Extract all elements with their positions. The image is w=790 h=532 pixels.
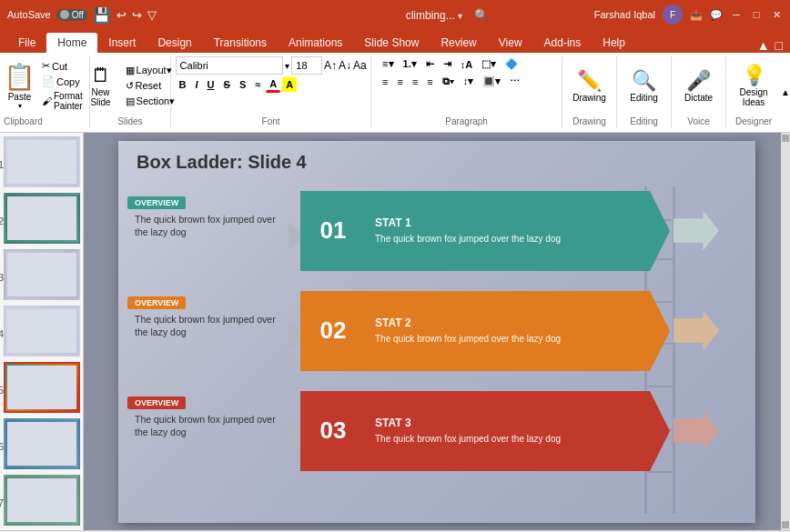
section-button[interactable]: ▤ Section▾ (123, 95, 178, 108)
slide-thumb-3[interactable] (4, 249, 80, 300)
indent-increase-button[interactable]: ⇥ (440, 56, 455, 72)
minimize-btn[interactable]: ─ (730, 8, 743, 21)
copy-button[interactable]: 📄Copy (39, 75, 86, 88)
slide-6-num: 6 (0, 441, 4, 452)
paste-button[interactable]: 📋 Paste ▾ (4, 62, 35, 110)
drawing-group-label: Drawing (572, 116, 606, 128)
clear-format-icon[interactable]: Aa (353, 59, 367, 72)
slide-5-wrap: 5 (4, 362, 79, 418)
editing-group-label: Editing (630, 116, 658, 128)
paste-dropdown-icon[interactable]: ▾ (18, 102, 22, 110)
slide-1-wrap: 1 (4, 136, 79, 193)
filename-dropdown-icon[interactable]: ▾ (458, 11, 462, 21)
tab-home[interactable]: Home (46, 33, 97, 53)
app-body: 1 2 3 4 5 (0, 133, 790, 530)
align-right-button[interactable]: ≡ (409, 75, 421, 89)
save-icon[interactable]: 💾 (93, 6, 111, 24)
tab-transitions[interactable]: Transitions (203, 33, 278, 53)
big-arrow-1 (674, 211, 719, 251)
new-slide-button[interactable]: 🗒 New Slide (83, 62, 119, 109)
drawing-button[interactable]: ✏️ Drawing (569, 67, 610, 105)
overview-badge-3: OVERVIEW (127, 396, 186, 409)
autosave-label: AutoSave (7, 9, 51, 20)
tab-view[interactable]: View (488, 33, 533, 53)
slide-thumb-6[interactable] (4, 418, 80, 469)
vertical-scrollbar[interactable] (781, 133, 790, 530)
tab-addins[interactable]: Add-ins (533, 33, 592, 53)
big-arrow-2 (674, 311, 719, 351)
design-ideas-button[interactable]: 💡 Design Ideas (735, 62, 772, 109)
font-name-select[interactable]: Calibri (176, 56, 284, 75)
strikethrough-button[interactable]: S (220, 77, 234, 92)
stat-label-1: STAT 1 (375, 216, 641, 229)
slide-title: Box Ladder: Slide 4 (137, 152, 307, 173)
redo-icon[interactable]: ↪ (132, 8, 142, 22)
drawing-icon: ✏️ (577, 69, 602, 93)
slide-thumb-4[interactable] (4, 306, 80, 356)
dictate-button[interactable]: 🎤 Dictate (681, 67, 717, 105)
editing-button[interactable]: 🔍 Editing (626, 67, 663, 105)
tab-review[interactable]: Review (430, 33, 487, 53)
stat-content-1: STAT 1 The quick brown fox jumped over t… (366, 191, 650, 271)
tab-insert[interactable]: Insert (97, 33, 147, 53)
scroll-down-btn[interactable] (782, 521, 789, 528)
scroll-up-btn[interactable] (782, 135, 789, 142)
reset-button[interactable]: ↺ Reset (123, 79, 178, 93)
new-slide-label: New (92, 87, 110, 97)
underline-button[interactable]: U (204, 77, 218, 92)
tab-help[interactable]: Help (592, 33, 636, 53)
line-spacing-button[interactable]: ↕▾ (460, 74, 478, 89)
font-color-button[interactable]: A (266, 76, 280, 93)
search-icon[interactable]: 🔍 (474, 8, 489, 22)
align-center-button[interactable]: ≡ (394, 75, 407, 89)
bullets-button[interactable]: ≡▾ (379, 56, 397, 72)
format-painter-button[interactable]: 🖌Format Painter (39, 90, 86, 112)
text-shadow-button[interactable]: 🔳▾ (479, 74, 504, 89)
columns-button[interactable]: ⧉▾ (439, 74, 458, 89)
align-left-button[interactable]: ≡ (379, 75, 391, 89)
slide-thumb-2[interactable] (4, 193, 80, 244)
comments-icon[interactable]: 💬 (710, 9, 723, 21)
ribbon-collapse-icon[interactable]: ▲ (757, 38, 770, 53)
slide-thumb-5[interactable] (4, 362, 80, 413)
quick-access-icon[interactable]: ▽ (147, 8, 157, 22)
close-btn[interactable]: ✕ (770, 8, 783, 21)
tab-file[interactable]: File (7, 33, 46, 53)
tab-animations[interactable]: Animations (278, 33, 353, 53)
slides-panel: 1 2 3 4 5 (0, 133, 84, 530)
share-icon[interactable]: 📤 (690, 9, 703, 21)
voice-label: Voice (687, 116, 709, 128)
ribbon-expand-icon[interactable]: □ (775, 38, 783, 53)
cut-button[interactable]: ✂Cut (39, 59, 86, 73)
autosave-toggle[interactable]: Off (56, 9, 87, 21)
bold-button[interactable]: B (176, 77, 190, 92)
smartart-button[interactable]: 🔷 (501, 56, 522, 72)
font-size-down-icon[interactable]: A↓ (339, 59, 351, 72)
para-more-button[interactable]: ⋯ (506, 74, 523, 89)
numbering-button[interactable]: 1.▾ (400, 56, 420, 72)
convert-button[interactable]: ⬚▾ (478, 56, 500, 72)
slide-thumb-7[interactable] (4, 475, 80, 526)
text-direction-button[interactable]: ↕A (457, 57, 476, 72)
tab-slideshow[interactable]: Slide Show (353, 33, 430, 53)
font-size-input[interactable]: 18 (291, 56, 322, 75)
font-name-dropdown[interactable]: ▾ (285, 61, 289, 71)
undo-icon[interactable]: ↩ (116, 8, 127, 22)
maximize-btn[interactable]: □ (750, 8, 763, 21)
shadow-button[interactable]: S (236, 77, 249, 92)
ribbon-scroll-up[interactable]: ▲ (781, 87, 790, 97)
design-ideas-icon: 💡 (742, 64, 766, 87)
slide-thumb-1[interactable] (4, 136, 80, 187)
font-size-up-icon[interactable]: A↑ (324, 59, 337, 72)
italic-button[interactable]: I (192, 77, 202, 92)
editing-group: 🔍 Editing Editing (617, 56, 672, 128)
copy-icon: 📄 (42, 75, 55, 87)
tab-design[interactable]: Design (147, 33, 202, 53)
layout-button[interactable]: ▦ Layout▾ (123, 64, 178, 77)
slide-canvas[interactable]: Box Ladder: Slide 4 OVERVIEW (118, 141, 755, 523)
indent-decrease-button[interactable]: ⇤ (422, 56, 438, 72)
highlight-button[interactable]: A (282, 77, 297, 92)
justify-button[interactable]: ≡ (423, 75, 436, 89)
spacing-button[interactable]: ≈ (251, 77, 264, 92)
layout-icon: ▦ (126, 65, 135, 76)
